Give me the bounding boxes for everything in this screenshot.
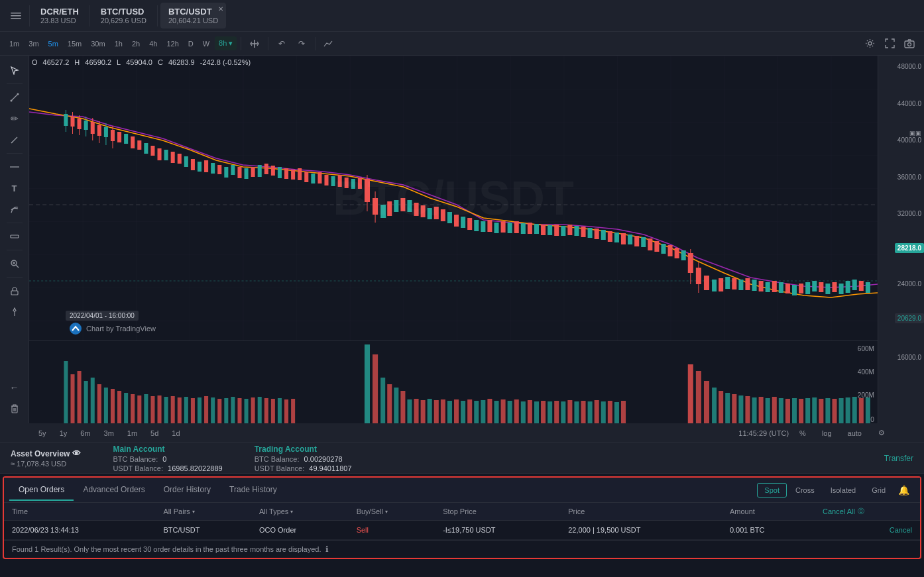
lock-tool[interactable] — [4, 282, 25, 300]
tool-sep-5 — [7, 277, 23, 278]
chart-settings-icon[interactable]: ⚙ — [872, 424, 891, 443]
svg-rect-225 — [608, 401, 612, 423]
back-tool[interactable]: ← — [4, 378, 25, 397]
tf-12h[interactable]: 12h — [162, 37, 182, 50]
col-pairs[interactable]: All Pairs ▾ — [155, 503, 251, 521]
col-buysell[interactable]: Buy/Sell ▾ — [349, 503, 435, 521]
tab-dcr-eth-price: 23.83 USD — [40, 17, 79, 25]
tf-2h[interactable]: 2h — [128, 37, 144, 50]
range-1m[interactable]: 1m — [122, 427, 143, 439]
svg-rect-181 — [245, 399, 249, 423]
svg-point-3 — [868, 42, 872, 45]
range-6m[interactable]: 6m — [75, 427, 95, 439]
horizontal-line-tool[interactable] — [4, 158, 25, 176]
tf-1m[interactable]: 1m — [5, 37, 23, 50]
range-1d[interactable]: 1d — [166, 427, 185, 439]
percent-btn[interactable]: % — [794, 427, 811, 439]
type-grid[interactable]: Grid — [864, 483, 893, 498]
orders-footer: Found 1 Result(s). Only the most recent … — [4, 540, 920, 558]
chart-main[interactable]: O 46527.2 H 46590.2 L 45904.0 C 46283.9 … — [29, 56, 878, 423]
trash-tool[interactable] — [4, 399, 25, 418]
menu-icon[interactable] — [5, 5, 27, 26]
all-types-label: All Types — [259, 507, 288, 515]
svg-rect-205 — [474, 401, 479, 423]
range-1y[interactable]: 1y — [54, 427, 73, 439]
text-tool[interactable]: T — [4, 179, 25, 197]
pairs-filter-arrow[interactable]: ▾ — [192, 509, 195, 515]
svg-rect-98 — [514, 221, 519, 233]
tab-open-orders[interactable]: Open Orders — [9, 480, 74, 501]
brush-tool[interactable] — [4, 131, 25, 149]
col-types[interactable]: All Types ▾ — [251, 503, 349, 521]
svg-rect-148 — [839, 284, 844, 294]
range-5y[interactable]: 5y — [33, 427, 52, 439]
svg-rect-122 — [675, 248, 679, 258]
svg-rect-194 — [400, 391, 405, 423]
svg-rect-172 — [184, 397, 188, 423]
tf-5m[interactable]: 5m — [44, 37, 62, 50]
price-16000: 16000.0 — [897, 354, 921, 361]
toolbar-sep-3 — [315, 37, 316, 50]
undo-icon[interactable]: ↶ — [272, 34, 291, 53]
tf-D[interactable]: D — [184, 37, 198, 50]
tab-trade-history[interactable]: Trade History — [220, 480, 286, 501]
buysell-filter-arrow[interactable]: ▾ — [385, 509, 388, 515]
price-32000: 32000.0 — [897, 210, 921, 217]
tab-btc-tusd[interactable]: BTC/TUSD 20,629.6 USD — [93, 3, 154, 28]
trendline-tool[interactable] — [4, 88, 25, 107]
svg-rect-132 — [732, 278, 736, 289]
tab-order-history[interactable]: Order History — [154, 480, 220, 501]
auto-btn[interactable]: auto — [842, 427, 867, 439]
svg-rect-136 — [759, 281, 764, 291]
tab-advanced-orders[interactable]: Advanced Orders — [74, 480, 154, 501]
svg-rect-178 — [224, 398, 228, 423]
svg-rect-100 — [528, 223, 532, 234]
ohlc-open-value: 46527.2 — [43, 58, 70, 66]
tf-4h[interactable]: 4h — [145, 37, 161, 50]
chart-type-icon[interactable] — [319, 34, 338, 53]
tab-btc-usdt[interactable]: BTC/USDT 20,604.21 USD ✕ — [160, 3, 226, 28]
tf-3m[interactable]: 3m — [25, 37, 42, 50]
bell-icon[interactable]: 🔔 — [893, 485, 915, 496]
tf-15m[interactable]: 15m — [64, 37, 86, 50]
svg-rect-169 — [164, 397, 168, 423]
tab-dcr-eth[interactable]: DCR/ETH 23.83 USD — [32, 3, 87, 28]
type-isolated[interactable]: Isolated — [823, 483, 864, 498]
compare-icon[interactable] — [245, 34, 264, 53]
redo-icon[interactable]: ↷ — [292, 34, 311, 53]
col-cancel-all[interactable]: Cancel All ⓪ — [815, 503, 920, 521]
fullscreen-icon[interactable] — [880, 34, 899, 53]
svg-rect-42 — [150, 146, 154, 156]
chart-canvas[interactable]: BTC/USDT — [29, 56, 878, 341]
range-5d[interactable]: 5d — [145, 427, 164, 439]
svg-rect-46 — [178, 154, 182, 164]
ohlc-low-label: L — [117, 58, 121, 66]
cell-side: Sell — [349, 521, 435, 540]
vol-right-expand[interactable]: ▣▣ — [909, 130, 921, 136]
transfer-button[interactable]: Transfer — [884, 454, 913, 463]
type-spot[interactable]: Spot — [757, 483, 787, 498]
range-3m[interactable]: 3m — [99, 427, 119, 439]
pencil-tool[interactable]: ✏ — [4, 109, 25, 128]
cursor-tool[interactable] — [4, 61, 25, 79]
cancel-order-button[interactable]: Cancel — [890, 526, 912, 534]
settings-icon[interactable] — [860, 34, 879, 53]
zoom-tool[interactable] — [4, 254, 25, 273]
tf-1h[interactable]: 1h — [111, 37, 127, 50]
type-cross[interactable]: Cross — [788, 483, 822, 498]
svg-rect-109 — [588, 228, 593, 238]
svg-rect-68 — [324, 175, 328, 185]
svg-rect-239 — [766, 398, 770, 423]
log-btn[interactable]: log — [817, 427, 837, 439]
tf-W[interactable]: W — [199, 37, 213, 50]
screenshot-icon[interactable] — [900, 34, 919, 53]
eye-icon[interactable]: 👁 — [72, 448, 81, 458]
close-tab-icon[interactable]: ✕ — [218, 5, 223, 13]
ohlc-close-value: 46283.9 — [168, 58, 195, 66]
measure-tool[interactable] — [4, 227, 25, 246]
fibonacci-tool[interactable] — [4, 200, 25, 219]
tf-8h-dropdown[interactable]: 8h ▾ — [215, 36, 237, 50]
types-filter-arrow[interactable]: ▾ — [290, 509, 293, 515]
pin-tool[interactable] — [4, 303, 25, 321]
tf-30m[interactable]: 30m — [87, 37, 109, 50]
